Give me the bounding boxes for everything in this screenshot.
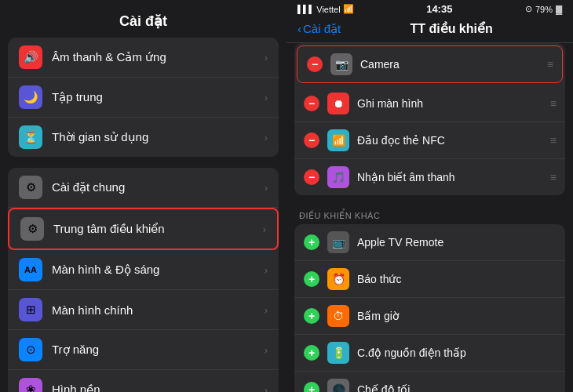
chevron-right-icon: › [265,384,268,393]
app-icon: 🔋 [327,342,349,364]
left-group-2: ⚙ Cài đặt chung › ⚙ Trung tâm điều khiển… [8,168,279,392]
add-button[interactable]: + [304,271,319,287]
app-icon: ⏺ [327,93,349,114]
location-icon: ⊙ [525,4,532,14]
remove-button[interactable]: − [304,132,319,148]
left-list-item[interactable]: ❀ Hình nền › [8,370,279,392]
app-icon: 📷 [330,53,352,75]
add-button[interactable]: + [304,308,319,324]
active-control-item[interactable]: − 🎵 Nhận biết âm thanh ≡ [294,159,565,195]
drag-handle-icon[interactable]: ≡ [550,171,556,183]
status-bar: ▌▌▌ Viettel 📶 14:35 ⊙ 79% ▓ [286,0,573,15]
app-icon: ⏱ [327,305,349,327]
left-item-icon: ❀ [19,378,42,392]
status-right: ⊙ 79% ▓ [525,4,562,14]
battery-icon: ▓ [556,5,562,14]
control-item-label: Báo thức [357,273,556,285]
left-list-item[interactable]: ⚙ Trung tâm điều khiển › [8,208,279,250]
left-list: 🔊 Âm thanh & Cảm ứng › 🌙 Tập trung › ⏳ T… [0,38,286,392]
left-item-label: Âm thanh & Cảm ứng [52,50,265,64]
right-panel: ▌▌▌ Viettel 📶 14:35 ⊙ 79% ▓ ‹ Cài đặt TT… [286,0,573,392]
control-item-label: Ghi màn hình [357,97,550,110]
left-list-item[interactable]: 🔊 Âm thanh & Cảm ứng › [8,38,279,78]
control-item-label: C.độ nguồn điện thấp [357,347,556,359]
left-list-item[interactable]: 🌙 Tập trung › [8,78,279,118]
battery-pct: 79% [535,5,553,14]
left-item-icon: ⚙ [20,217,44,241]
left-item-icon: ⏳ [19,125,42,149]
app-icon: 📺 [327,231,349,253]
control-item-label: Apple TV Remote [357,236,556,249]
left-item-icon: 🌙 [19,85,42,109]
other-control-item[interactable]: + 🌑 Chế độ tối [294,372,565,392]
left-item-label: Tập trung [52,90,265,104]
remove-button[interactable]: − [307,56,323,72]
remove-button[interactable]: − [304,96,319,111]
chevron-right-icon: › [265,304,268,316]
signal-icon: ▌▌▌ [297,5,314,13]
app-icon: 🎵 [327,166,349,188]
other-control-item[interactable]: + ⏰ Báo thức [294,261,565,298]
drag-handle-icon[interactable]: ≡ [550,134,556,147]
left-item-label: Màn hình & Độ sáng [52,263,265,277]
left-item-icon: AA [19,258,42,281]
time-label: 14:35 [426,3,452,15]
control-item-label: Bấm giờ [357,310,556,322]
left-item-label: Cài đặt chung [52,180,265,194]
chevron-right-icon: › [265,52,268,64]
back-label: Cài đặt [303,22,341,36]
add-button[interactable]: + [304,234,319,250]
other-control-item[interactable]: + 🔋 C.độ nguồn điện thấp [294,335,565,372]
chevron-right-icon: › [265,132,268,143]
add-button[interactable]: + [304,382,319,392]
active-controls-group: − 📷 Camera ≡ − ⏺ Ghi màn hình ≡ − 📶 Đầu … [294,43,565,195]
left-title: Cài đặt [119,13,167,29]
active-control-item[interactable]: − 📶 Đầu đọc thẻ NFC ≡ [294,122,565,159]
app-icon: ⏰ [327,268,349,290]
left-item-label: Thời gian sử dụng [52,130,265,144]
status-left: ▌▌▌ Viettel 📶 [297,4,354,14]
left-item-icon: ⊞ [19,298,42,321]
left-header: Cài đặt [0,0,286,38]
right-title: TT điều khiển [341,21,562,36]
control-item-label: Chế độ tối [357,383,556,392]
left-item-label: Hình nền [52,383,265,392]
control-item-label: Đầu đọc thẻ NFC [357,134,550,147]
left-item-icon: ⚙ [19,176,42,199]
left-list-item[interactable]: AA Màn hình & Độ sáng › [8,250,279,290]
chevron-right-icon: › [265,182,268,194]
left-group-1: 🔊 Âm thanh & Cảm ứng › 🌙 Tập trung › ⏳ T… [8,38,279,157]
drag-handle-icon[interactable]: ≡ [550,97,556,110]
left-list-item[interactable]: ⊙ Trợ năng › [8,330,279,370]
left-item-label: Trung tâm điều khiển [53,222,263,236]
app-icon: 📶 [327,129,349,151]
active-control-item[interactable]: − ⏺ Ghi màn hình ≡ [294,85,565,122]
back-chevron-icon: ‹ [297,22,301,35]
carrier-label: Viettel [316,5,340,14]
left-list-item[interactable]: ⚙ Cài đặt chung › [8,168,279,208]
back-button[interactable]: ‹ Cài đặt [297,22,341,36]
other-controls-group: + 📺 Apple TV Remote + ⏰ Báo thức + ⏱ Bấm… [294,224,565,392]
add-button[interactable]: + [304,345,319,361]
left-list-item[interactable]: ⊞ Màn hình chính › [8,290,279,330]
remove-button[interactable]: − [304,169,319,185]
app-icon: 🌑 [327,379,349,392]
right-header: ‹ Cài đặt TT điều khiển [286,15,573,43]
right-list: − 📷 Camera ≡ − ⏺ Ghi màn hình ≡ − 📶 Đầu … [286,43,573,392]
control-item-label: Camera [360,58,547,71]
left-list-item[interactable]: ⏳ Thời gian sử dụng › [8,118,279,157]
active-control-item[interactable]: − 📷 Camera ≡ [297,45,563,83]
left-item-label: Màn hình chính [52,303,265,317]
chevron-right-icon: › [265,92,268,103]
left-item-icon: ⊙ [19,338,42,361]
wifi-icon: 📶 [343,4,354,14]
other-control-item[interactable]: + ⏱ Bấm giờ [294,298,565,335]
other-control-item[interactable]: + 📺 Apple TV Remote [294,224,565,261]
chevron-right-icon: › [263,223,266,235]
left-panel: Cài đặt 🔊 Âm thanh & Cảm ứng › 🌙 Tập tru… [0,0,286,392]
drag-handle-icon[interactable]: ≡ [547,58,553,71]
left-item-icon: 🔊 [19,45,42,69]
chevron-right-icon: › [265,344,268,356]
other-section-label: ĐIỀU KHIỂN KHÁC [294,203,565,224]
chevron-right-icon: › [265,264,268,276]
